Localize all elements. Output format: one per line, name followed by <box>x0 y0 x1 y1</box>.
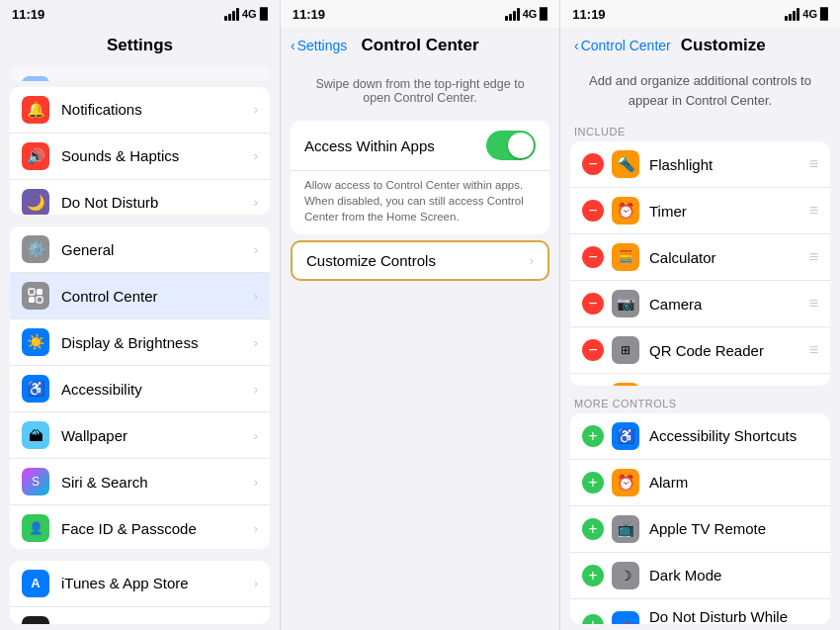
time-right: 11:19 <box>572 7 605 22</box>
signal-left <box>224 8 239 21</box>
notifications-label: Notifications <box>61 101 254 118</box>
access-within-apps-item[interactable]: Access Within Apps <box>291 121 549 171</box>
camera-label: Camera <box>649 296 809 313</box>
back-to-settings-button[interactable]: ‹ Settings <box>291 38 347 53</box>
control-center-panel: ‹ Settings Control Center Swipe down fro… <box>281 28 560 630</box>
add-darkmode-button[interactable]: + <box>582 565 604 586</box>
signal-middle <box>505 8 520 21</box>
alarm-label: Alarm <box>649 474 818 491</box>
settings-item-itunes[interactable]: A iTunes & App Store › <box>10 561 270 607</box>
wallpaper-icon: 🏔 <box>22 421 49 449</box>
controlcenter-label: Control Center <box>61 288 254 305</box>
status-bar-left: 11:19 4G ▉ <box>0 0 280 28</box>
settings-item-notifications[interactable]: 🔔 Notifications › <box>10 87 270 134</box>
qr-label: QR Code Reader <box>649 342 809 359</box>
more-item-accessibility-shortcuts[interactable]: + ♿ Accessibility Shortcuts <box>570 413 830 460</box>
svg-rect-2 <box>29 297 35 303</box>
general-label: General <box>61 241 254 258</box>
itunes-chevron: › <box>254 576 258 590</box>
time-left: 11:19 <box>12 7 44 22</box>
include-item-flashlight[interactable]: − 🔦 Flashlight ≡ <box>570 141 830 188</box>
remove-flashlight-button[interactable]: − <box>582 153 604 175</box>
customize-controls-button[interactable]: Customize Controls › <box>291 240 549 281</box>
battery-right: ▉ <box>820 8 828 21</box>
settings-item-dnd[interactable]: 🌙 Do Not Disturb › <box>10 180 270 216</box>
back-settings-label: Settings <box>297 38 348 53</box>
more-item-alarm[interactable]: + ⏰ Alarm <box>570 460 830 506</box>
remove-calculator-button[interactable]: − <box>582 246 604 268</box>
settings-item-siri[interactable]: S Siri & Search › <box>10 459 270 505</box>
include-item-qr[interactable]: − ⊞ QR Code Reader ≡ <box>570 327 830 374</box>
access-within-apps-section: Access Within Apps Allow access to Contr… <box>291 121 549 234</box>
status-bar-middle: 11:19 4G ▉ <box>280 0 560 28</box>
settings-item-faceid[interactable]: 👤 Face ID & Passcode › <box>10 505 270 548</box>
display-label: Display & Brightness <box>61 334 254 351</box>
settings-item-sounds[interactable]: 🔊 Sounds & Haptics › <box>10 134 270 180</box>
network-right: 4G <box>802 8 817 20</box>
add-dnd-driving-button[interactable]: + <box>582 614 604 624</box>
qr-drag-icon[interactable]: ≡ <box>809 341 818 359</box>
settings-item-controlcenter[interactable]: Control Center › <box>10 273 270 319</box>
status-bar-right: 11:19 4G ▉ <box>559 0 840 28</box>
dnd-label: Do Not Disturb <box>61 194 254 211</box>
settings-group-store: A iTunes & App Store › 💳 Wallet & Apple … <box>10 561 270 624</box>
status-bars: 11:19 4G ▉ 11:19 4G ▉ 11:19 <box>0 0 840 28</box>
more-controls-list: + ♿ Accessibility Shortcuts + ⏰ Alarm + … <box>570 413 830 624</box>
flashlight-drag-icon[interactable]: ≡ <box>809 155 818 173</box>
settings-item-accessibility[interactable]: ♿ Accessibility › <box>10 366 270 412</box>
accessibility-shortcuts-label: Accessibility Shortcuts <box>649 427 818 444</box>
settings-item-partial[interactable]: 🔗 <box>10 67 270 81</box>
add-accessibility-button[interactable]: + <box>582 425 604 447</box>
settings-item-general[interactable]: ⚙️ General › <box>10 226 270 273</box>
customize-controls-label: Customize Controls <box>306 252 436 269</box>
flashlight-icon: 🔦 <box>612 150 639 178</box>
customize-header: ‹ Control Center Customize <box>560 28 840 61</box>
include-item-timer[interactable]: − ⏰ Timer ≡ <box>570 188 830 234</box>
add-alarm-button[interactable]: + <box>582 472 604 494</box>
include-item-calculator[interactable]: − 🧮 Calculator ≡ <box>570 234 830 281</box>
remove-timer-button[interactable]: − <box>582 200 604 222</box>
itunes-label: iTunes & App Store <box>61 575 254 591</box>
control-center-header: ‹ Settings Control Center <box>281 28 559 61</box>
control-center-content: Swipe down from the top-right edge to op… <box>281 61 559 293</box>
access-within-apps-toggle[interactable] <box>486 131 536 160</box>
customize-btn-container: Customize Controls › <box>291 240 549 281</box>
wallet-label: Wallet & Apple Pay <box>61 621 254 624</box>
status-icons-right: 4G ▉ <box>785 8 828 21</box>
add-appletv-button[interactable]: + <box>582 518 604 540</box>
settings-item-display[interactable]: ☀️ Display & Brightness › <box>10 319 270 366</box>
customize-chevron-icon: › <box>530 253 534 268</box>
network-left: 4G <box>242 8 257 20</box>
remove-camera-button[interactable]: − <box>582 293 604 315</box>
remove-qr-button[interactable]: − <box>582 339 604 361</box>
accessibility-chevron: › <box>254 382 258 397</box>
camera-icon: 📷 <box>612 290 639 317</box>
camera-drag-icon[interactable]: ≡ <box>809 295 818 313</box>
settings-item-wallpaper[interactable]: 🏔 Wallpaper › <box>10 412 270 459</box>
timer-drag-icon[interactable]: ≡ <box>809 202 818 220</box>
settings-item-wallet[interactable]: 💳 Wallet & Apple Pay › <box>10 607 270 624</box>
svg-rect-1 <box>37 289 42 295</box>
include-item-camera[interactable]: − 📷 Camera ≡ <box>570 281 830 327</box>
faceid-icon: 👤 <box>22 514 49 542</box>
sounds-chevron: › <box>254 148 258 163</box>
faceid-chevron: › <box>254 521 258 536</box>
more-item-appletv[interactable]: + 📺 Apple TV Remote <box>570 506 830 553</box>
time-middle: 11:19 <box>293 7 325 22</box>
include-item-lowpower[interactable]: − 🔋 Low Power Mode ≡ <box>570 374 830 386</box>
settings-title: Settings <box>0 28 280 61</box>
settings-group-general: ⚙️ General › Control Center › ☀️ <box>10 226 270 548</box>
back-to-control-center-button[interactable]: ‹ Control Center <box>574 38 671 53</box>
lowpower-icon: 🔋 <box>612 383 639 386</box>
darkmode-label: Dark Mode <box>649 567 818 584</box>
more-item-darkmode[interactable]: + ☽ Dark Mode <box>570 553 830 599</box>
more-item-dnd-driving[interactable]: + 🚗 Do Not Disturb While Driving <box>570 599 830 624</box>
access-description: Allow access to Control Center within ap… <box>291 171 549 234</box>
dnd-chevron: › <box>254 195 258 210</box>
notifications-icon: 🔔 <box>22 96 49 124</box>
network-middle: 4G <box>523 8 538 20</box>
wallpaper-chevron: › <box>254 428 258 443</box>
battery-middle: ▉ <box>540 8 547 21</box>
svg-rect-0 <box>29 289 35 295</box>
calculator-drag-icon[interactable]: ≡ <box>809 248 818 266</box>
